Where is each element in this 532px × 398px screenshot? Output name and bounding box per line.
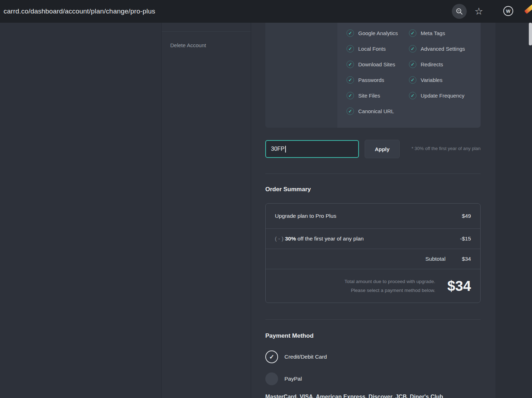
check-icon: ✓ xyxy=(347,45,354,52)
order-row-upgrade: Upgrade plan to Pro Plus $49 xyxy=(266,204,480,229)
check-icon: ✓ xyxy=(347,61,354,68)
feature-label: Google Analytics xyxy=(358,30,398,36)
feature-label: Update Frequency xyxy=(421,93,464,99)
feature-label: Advanced Settings xyxy=(421,46,465,52)
check-icon: ✓ xyxy=(347,29,354,37)
check-icon: ✓ xyxy=(347,76,354,84)
order-row-total: Total amount due to proceed with upgrade… xyxy=(266,269,480,303)
order-row-label: Upgrade plan to Pro Plus xyxy=(275,213,336,219)
discount-percent: 30% xyxy=(285,236,296,242)
payment-option-label: PayPal xyxy=(284,376,302,382)
features-column-2: ✓ Meta Tags ✓ Advanced Settings ✓ Redire… xyxy=(409,29,465,99)
left-empty-column xyxy=(0,23,162,398)
section-divider xyxy=(265,173,481,174)
settings-nav-column: Delete Account xyxy=(162,23,251,398)
discount-label: off the first year of any plan xyxy=(296,236,364,242)
check-icon: ✓ xyxy=(409,45,416,52)
order-row-subtotal: Subtotal $34 xyxy=(266,249,480,269)
order-row-amount: $49 xyxy=(462,213,471,219)
promo-note: * 30% off the first year of any plan xyxy=(399,146,481,151)
w-extension-icon[interactable]: W xyxy=(503,6,513,16)
bookmark-star-icon[interactable]: ☆ xyxy=(473,5,484,18)
feature-label: Canonical URL xyxy=(358,108,394,114)
payment-method-title: Payment Method xyxy=(265,332,314,339)
radio-checked-icon[interactable]: ✓ xyxy=(265,350,278,363)
order-row-discount: ( - ) 30% off the first year of any plan… xyxy=(266,229,480,249)
right-margin xyxy=(495,23,532,398)
feature-item: ✓ Variables xyxy=(409,76,465,84)
order-row-amount: -$15 xyxy=(460,236,471,242)
feature-label: Passwords xyxy=(358,77,384,83)
feature-item: ✓ Update Frequency xyxy=(409,92,465,99)
check-icon: ✓ xyxy=(347,107,354,115)
total-amount: $34 xyxy=(447,278,471,294)
zoom-icon[interactable] xyxy=(452,4,467,19)
feature-label: Redirects xyxy=(421,61,443,67)
address-bar[interactable]: carrd.co/dashboard/account/plan/change/p… xyxy=(4,0,155,23)
total-note: Total amount due to proceed with upgrade… xyxy=(344,277,435,295)
order-summary-title: Order Summary xyxy=(265,186,311,193)
order-summary-box: Upgrade plan to Pro Plus $49 ( - ) 30% o… xyxy=(265,203,481,303)
feature-label: Local Fonts xyxy=(358,46,386,52)
feature-item: ✓ Meta Tags xyxy=(409,29,465,37)
total-note-line2: Please select a payment method below. xyxy=(344,286,435,295)
nav-divider xyxy=(162,31,251,32)
subtotal-amount: $34 xyxy=(462,256,471,262)
payment-option-paypal[interactable]: PayPal xyxy=(265,372,302,385)
plan-features-panel: ✓ Google Analytics ✓ Local Fonts ✓ Downl… xyxy=(265,23,481,128)
feature-item: ✓ Redirects xyxy=(409,60,465,68)
feature-label: Download Sites xyxy=(358,61,395,67)
feature-item: ✓ Local Fonts xyxy=(347,45,398,52)
check-icon: ✓ xyxy=(409,92,416,99)
check-icon: ✓ xyxy=(409,76,416,84)
feature-item: ✓ Advanced Settings xyxy=(409,45,465,52)
text-caret xyxy=(285,146,286,153)
feature-item: ✓ Passwords xyxy=(347,76,398,84)
feature-item: ✓ Canonical URL xyxy=(347,107,398,115)
total-note-line1: Total amount due to proceed with upgrade… xyxy=(344,277,435,286)
feature-label: Site Files xyxy=(358,93,380,99)
feature-label: Meta Tags xyxy=(421,30,445,36)
feature-item: ✓ Google Analytics xyxy=(347,29,398,37)
discount-text: ( - ) 30% off the first year of any plan xyxy=(275,236,364,242)
screen: carrd.co/dashboard/account/plan/change/p… xyxy=(0,0,532,398)
feature-item: ✓ Site Files xyxy=(347,92,398,99)
magnifier-glyph xyxy=(456,8,463,15)
section-divider xyxy=(265,319,481,320)
promo-code-value: 30FP xyxy=(271,146,284,152)
payment-option-label: Credit/Debit Card xyxy=(284,354,327,360)
payment-option-card[interactable]: ✓ Credit/Debit Card xyxy=(265,350,327,363)
check-icon: ✓ xyxy=(409,61,416,68)
subtotal-label: Subtotal xyxy=(425,256,445,262)
radio-unchecked-icon[interactable] xyxy=(265,372,278,385)
features-column-1: ✓ Google Analytics ✓ Local Fonts ✓ Downl… xyxy=(347,29,398,115)
feature-label: Variables xyxy=(421,77,442,83)
plan-card-area xyxy=(265,23,337,128)
promo-code-input[interactable]: 30FP xyxy=(265,140,359,158)
delete-account-link[interactable]: Delete Account xyxy=(170,42,206,48)
check-icon: ✓ xyxy=(347,92,354,99)
apply-button[interactable]: Apply xyxy=(365,140,400,158)
discount-remove-control[interactable]: ( - ) xyxy=(275,236,285,242)
colorzilla-extension-icon[interactable] xyxy=(524,4,532,14)
accepted-cards-line: MasterCard, VISA, American Express, Disc… xyxy=(265,394,492,398)
feature-item: ✓ Download Sites xyxy=(347,60,398,68)
check-icon: ✓ xyxy=(409,29,416,37)
browser-toolbar: carrd.co/dashboard/account/plan/change/p… xyxy=(0,0,532,23)
scrollbar-thumb[interactable] xyxy=(529,23,532,45)
